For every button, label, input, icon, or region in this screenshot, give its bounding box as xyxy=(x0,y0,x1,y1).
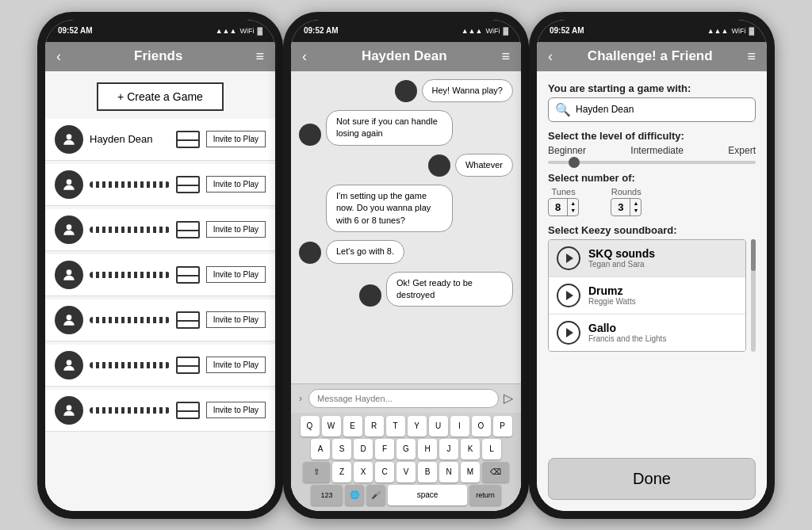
soundboard-artist-1: Reggie Watts xyxy=(588,297,737,306)
keyboard-row-3: ⇧ Z X C V B N M ⌫ xyxy=(294,462,518,482)
key-p[interactable]: P xyxy=(493,416,512,437)
soundboard-item-2[interactable]: Gallo Francis and the Lights xyxy=(549,315,745,351)
key-k[interactable]: K xyxy=(461,439,480,459)
phone-challenge: 09:52 AM ▲▲▲ WiFi ▓ ‹ Challenge! a Frien… xyxy=(529,12,775,519)
key-z[interactable]: Z xyxy=(332,462,351,482)
key-y[interactable]: Y xyxy=(408,416,427,437)
key-c[interactable]: C xyxy=(375,462,394,482)
key-l[interactable]: L xyxy=(482,439,501,459)
key-g[interactable]: G xyxy=(396,439,416,459)
key-q[interactable]: Q xyxy=(301,416,320,437)
play-button-2[interactable] xyxy=(557,321,580,345)
nav-bar-challenge: ‹ Challenge! a Friend ≡ xyxy=(537,42,767,71)
play-button-1[interactable] xyxy=(557,284,580,307)
send-button[interactable]: ▷ xyxy=(504,391,513,406)
key-o[interactable]: O xyxy=(472,416,491,437)
difficulty-expert[interactable]: Expert xyxy=(728,145,756,156)
invite-button-3[interactable]: Invite to Play xyxy=(206,221,266,238)
back-button-friends[interactable]: ‹ xyxy=(56,48,61,65)
key-s[interactable]: S xyxy=(332,439,351,459)
back-button-challenge[interactable]: ‹ xyxy=(548,48,553,65)
key-h[interactable]: H xyxy=(418,439,437,459)
mail-icon-5[interactable] xyxy=(176,311,200,329)
number-controls: Tunes 8 ▲ ▼ Rounds xyxy=(548,187,756,216)
key-v[interactable]: V xyxy=(396,462,416,482)
invite-button-7[interactable]: Invite to Play xyxy=(206,402,266,418)
key-123[interactable]: 123 xyxy=(311,485,343,505)
difficulty-label: Select the level of difficulty: xyxy=(548,130,756,142)
key-e[interactable]: E xyxy=(343,416,362,437)
challenge-screen: You are starting a game with: 🔍 Select t… xyxy=(537,71,767,511)
mail-icon-hayden[interactable] xyxy=(176,131,200,148)
friend-search-input[interactable] xyxy=(576,104,749,115)
key-backspace[interactable]: ⌫ xyxy=(482,462,509,482)
message-row-5: Let's go with 8. xyxy=(299,240,513,263)
tunes-down-arrow[interactable]: ▼ xyxy=(568,207,578,214)
message-row-4: I'm setting up the game now. Do you wann… xyxy=(299,185,513,232)
play-button-0[interactable] xyxy=(557,246,580,270)
soundboard-item-0[interactable]: SKQ sounds Tegan and Sara xyxy=(549,240,745,277)
soundboard-info-2: Gallo Francis and the Lights xyxy=(588,322,737,343)
invite-button-2[interactable]: Invite to Play xyxy=(206,176,266,193)
back-button-chat[interactable]: ‹ xyxy=(302,48,307,65)
invite-button-6[interactable]: Invite to Play xyxy=(206,357,266,373)
key-return[interactable]: return xyxy=(469,485,501,505)
key-shift[interactable]: ⇧ xyxy=(303,462,330,482)
difficulty-slider-thumb[interactable] xyxy=(569,157,580,168)
difficulty-beginner[interactable]: Beginner xyxy=(548,145,586,156)
tunes-up-arrow[interactable]: ▲ xyxy=(568,200,578,207)
mail-icon-4[interactable] xyxy=(176,266,200,284)
status-time-2: 09:52 AM xyxy=(304,26,339,35)
friends-title: Friends xyxy=(134,48,182,64)
key-space[interactable]: space xyxy=(388,485,467,505)
soundboard-scrollbar xyxy=(751,239,756,352)
status-bar-chat: 09:52 AM ▲▲▲ WiFi ▓ xyxy=(291,20,521,42)
mail-icon-6[interactable] xyxy=(176,357,200,374)
status-time-3: 09:52 AM xyxy=(550,26,584,35)
invite-button-5[interactable]: Invite to Play xyxy=(206,311,266,328)
key-x[interactable]: X xyxy=(354,462,373,482)
key-j[interactable]: J xyxy=(439,439,458,459)
key-f[interactable]: F xyxy=(375,439,394,459)
soundboard-item-1[interactable]: Drumz Reggie Watts xyxy=(549,277,745,315)
key-mic[interactable]: 🎤 xyxy=(366,485,385,505)
rounds-up-arrow[interactable]: ▲ xyxy=(630,200,641,207)
key-m[interactable]: M xyxy=(461,462,480,482)
mail-icon-2[interactable] xyxy=(176,176,200,193)
key-u[interactable]: U xyxy=(429,416,448,437)
chat-input-area: › ▷ xyxy=(291,383,521,413)
create-game-button[interactable]: + Create a Game xyxy=(97,82,224,111)
message-input[interactable] xyxy=(308,389,499,408)
done-button[interactable]: Done xyxy=(548,458,756,500)
invite-button-hayden[interactable]: Invite to Play xyxy=(206,131,266,147)
mail-icon-3[interactable] xyxy=(176,221,200,238)
svg-point-1 xyxy=(67,179,72,185)
rounds-value: 3 xyxy=(611,199,630,215)
key-globe[interactable]: 🌐 xyxy=(345,485,364,505)
mail-icon-7[interactable] xyxy=(176,402,200,419)
rounds-stepper: 3 ▲ ▼ xyxy=(611,198,642,216)
menu-button-challenge[interactable]: ≡ xyxy=(747,48,756,65)
tunes-group: Tunes 8 ▲ ▼ xyxy=(548,187,579,216)
key-t[interactable]: T xyxy=(386,416,405,437)
menu-button-chat[interactable]: ≡ xyxy=(501,48,510,65)
avatar-hayden xyxy=(55,125,83,154)
svg-point-5 xyxy=(67,360,72,365)
key-i[interactable]: I xyxy=(450,416,469,437)
tunes-label: Tunes xyxy=(552,187,576,196)
difficulty-slider[interactable] xyxy=(548,161,756,164)
key-a[interactable]: A xyxy=(311,439,330,459)
key-d[interactable]: D xyxy=(354,439,373,459)
key-w[interactable]: W xyxy=(322,416,341,437)
key-b[interactable]: B xyxy=(418,462,437,482)
rounds-down-arrow[interactable]: ▼ xyxy=(630,207,641,214)
msg-avatar-2 xyxy=(299,124,321,146)
menu-button-friends[interactable]: ≡ xyxy=(255,48,264,65)
invite-button-4[interactable]: Invite to Play xyxy=(206,266,266,283)
difficulty-intermediate[interactable]: Intermediate xyxy=(630,145,684,156)
key-r[interactable]: R xyxy=(365,416,384,437)
friend-name-squiggle-6 xyxy=(90,362,170,368)
battery-icon: ▓ xyxy=(257,27,262,35)
key-n[interactable]: N xyxy=(439,462,458,482)
friend-item-6: Invite to Play xyxy=(45,345,275,387)
